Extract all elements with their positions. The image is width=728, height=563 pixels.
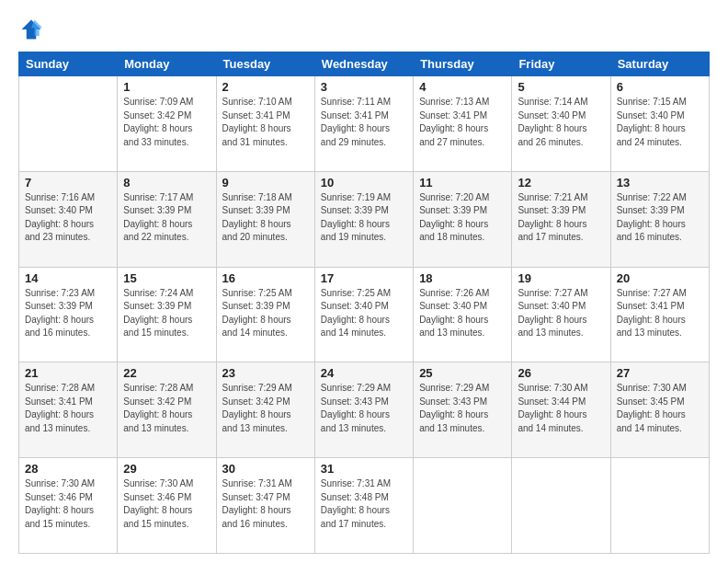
- logo: [18, 17, 48, 42]
- day-number: 25: [419, 366, 506, 380]
- calendar-cell: 28Sunrise: 7:30 AMSunset: 3:46 PMDayligh…: [19, 458, 118, 554]
- weekday-header: Wednesday: [314, 52, 413, 76]
- day-info: Sunrise: 7:22 AMSunset: 3:39 PMDaylight:…: [617, 191, 703, 245]
- logo-icon: [18, 17, 44, 42]
- day-number: 17: [321, 271, 407, 285]
- day-info: Sunrise: 7:30 AMSunset: 3:46 PMDaylight:…: [123, 477, 210, 531]
- day-info: Sunrise: 7:30 AMSunset: 3:45 PMDaylight:…: [617, 382, 703, 435]
- calendar-cell: [19, 76, 118, 172]
- weekday-header: Monday: [118, 52, 216, 76]
- day-info: Sunrise: 7:20 AMSunset: 3:39 PMDaylight:…: [419, 191, 506, 245]
- day-number: 1: [123, 80, 210, 94]
- calendar-cell: 4Sunrise: 7:13 AMSunset: 3:41 PMDaylight…: [414, 76, 512, 172]
- calendar-cell: [512, 458, 610, 554]
- day-info: Sunrise: 7:11 AMSunset: 3:41 PMDaylight:…: [321, 96, 407, 149]
- calendar-cell: 2Sunrise: 7:10 AMSunset: 3:41 PMDaylight…: [216, 76, 314, 172]
- day-number: 18: [419, 271, 506, 285]
- day-info: Sunrise: 7:31 AMSunset: 3:48 PMDaylight:…: [321, 477, 407, 531]
- page: SundayMondayTuesdayWednesdayThursdayFrid…: [0, 0, 728, 563]
- calendar-cell: 14Sunrise: 7:23 AMSunset: 3:39 PMDayligh…: [19, 267, 118, 362]
- day-info: Sunrise: 7:25 AMSunset: 3:40 PMDaylight:…: [321, 287, 407, 340]
- day-number: 6: [617, 80, 703, 94]
- day-info: Sunrise: 7:10 AMSunset: 3:41 PMDaylight:…: [222, 96, 309, 149]
- day-info: Sunrise: 7:29 AMSunset: 3:43 PMDaylight:…: [321, 382, 407, 435]
- calendar-cell: [414, 458, 512, 554]
- calendar-cell: 10Sunrise: 7:19 AMSunset: 3:39 PMDayligh…: [314, 171, 413, 267]
- calendar-cell: 15Sunrise: 7:24 AMSunset: 3:39 PMDayligh…: [118, 267, 216, 362]
- day-info: Sunrise: 7:27 AMSunset: 3:40 PMDaylight:…: [518, 287, 604, 340]
- day-number: 2: [222, 80, 309, 94]
- day-number: 4: [419, 80, 506, 94]
- day-number: 22: [123, 366, 210, 380]
- day-info: Sunrise: 7:24 AMSunset: 3:39 PMDaylight:…: [123, 287, 210, 340]
- calendar-week-row: 1Sunrise: 7:09 AMSunset: 3:42 PMDaylight…: [19, 76, 710, 172]
- day-info: Sunrise: 7:09 AMSunset: 3:42 PMDaylight:…: [123, 96, 210, 149]
- day-number: 26: [518, 366, 604, 380]
- calendar-cell: 1Sunrise: 7:09 AMSunset: 3:42 PMDaylight…: [118, 76, 216, 172]
- day-number: 29: [123, 462, 210, 476]
- day-info: Sunrise: 7:19 AMSunset: 3:39 PMDaylight:…: [321, 191, 407, 245]
- calendar-cell: 5Sunrise: 7:14 AMSunset: 3:40 PMDaylight…: [512, 76, 610, 172]
- day-number: 7: [25, 176, 111, 190]
- calendar-week-row: 28Sunrise: 7:30 AMSunset: 3:46 PMDayligh…: [19, 458, 710, 554]
- calendar-week-row: 14Sunrise: 7:23 AMSunset: 3:39 PMDayligh…: [19, 267, 710, 362]
- day-number: 13: [617, 176, 703, 190]
- day-number: 24: [321, 366, 407, 380]
- day-number: 21: [25, 366, 111, 380]
- weekday-header: Friday: [512, 52, 610, 76]
- day-number: 16: [222, 271, 309, 285]
- day-info: Sunrise: 7:26 AMSunset: 3:40 PMDaylight:…: [419, 287, 506, 340]
- day-info: Sunrise: 7:29 AMSunset: 3:43 PMDaylight:…: [419, 382, 506, 435]
- calendar-cell: [610, 458, 709, 554]
- calendar-cell: 26Sunrise: 7:30 AMSunset: 3:44 PMDayligh…: [512, 362, 610, 458]
- calendar-cell: 3Sunrise: 7:11 AMSunset: 3:41 PMDaylight…: [314, 76, 413, 172]
- calendar-cell: 21Sunrise: 7:28 AMSunset: 3:41 PMDayligh…: [19, 362, 118, 458]
- header: [18, 17, 710, 42]
- day-number: 23: [222, 366, 309, 380]
- day-info: Sunrise: 7:23 AMSunset: 3:39 PMDaylight:…: [25, 287, 111, 340]
- weekday-header: Sunday: [19, 52, 118, 76]
- day-info: Sunrise: 7:21 AMSunset: 3:39 PMDaylight:…: [518, 191, 604, 245]
- day-number: 19: [518, 271, 604, 285]
- calendar-cell: 25Sunrise: 7:29 AMSunset: 3:43 PMDayligh…: [414, 362, 512, 458]
- day-number: 11: [419, 176, 506, 190]
- day-number: 30: [222, 462, 309, 476]
- day-number: 27: [617, 366, 703, 380]
- day-info: Sunrise: 7:27 AMSunset: 3:41 PMDaylight:…: [617, 287, 703, 340]
- calendar-cell: 23Sunrise: 7:29 AMSunset: 3:42 PMDayligh…: [216, 362, 314, 458]
- calendar-cell: 7Sunrise: 7:16 AMSunset: 3:40 PMDaylight…: [19, 171, 118, 267]
- calendar-cell: 8Sunrise: 7:17 AMSunset: 3:39 PMDaylight…: [118, 171, 216, 267]
- calendar-header-row: SundayMondayTuesdayWednesdayThursdayFrid…: [19, 52, 710, 76]
- calendar-cell: 16Sunrise: 7:25 AMSunset: 3:39 PMDayligh…: [216, 267, 314, 362]
- day-number: 8: [123, 176, 210, 190]
- weekday-header: Saturday: [610, 52, 709, 76]
- day-info: Sunrise: 7:30 AMSunset: 3:46 PMDaylight:…: [25, 477, 111, 531]
- day-number: 9: [222, 176, 309, 190]
- calendar-week-row: 7Sunrise: 7:16 AMSunset: 3:40 PMDaylight…: [19, 171, 710, 267]
- calendar-cell: 19Sunrise: 7:27 AMSunset: 3:40 PMDayligh…: [512, 267, 610, 362]
- day-info: Sunrise: 7:31 AMSunset: 3:47 PMDaylight:…: [222, 477, 309, 531]
- day-info: Sunrise: 7:17 AMSunset: 3:39 PMDaylight:…: [123, 191, 210, 245]
- day-info: Sunrise: 7:14 AMSunset: 3:40 PMDaylight:…: [518, 96, 604, 149]
- day-number: 14: [25, 271, 111, 285]
- calendar-week-row: 21Sunrise: 7:28 AMSunset: 3:41 PMDayligh…: [19, 362, 710, 458]
- calendar-cell: 11Sunrise: 7:20 AMSunset: 3:39 PMDayligh…: [414, 171, 512, 267]
- calendar-cell: 17Sunrise: 7:25 AMSunset: 3:40 PMDayligh…: [314, 267, 413, 362]
- day-info: Sunrise: 7:29 AMSunset: 3:42 PMDaylight:…: [222, 382, 309, 435]
- calendar-cell: 30Sunrise: 7:31 AMSunset: 3:47 PMDayligh…: [216, 458, 314, 554]
- day-number: 31: [321, 462, 407, 476]
- calendar-table: SundayMondayTuesdayWednesdayThursdayFrid…: [18, 52, 710, 554]
- day-info: Sunrise: 7:28 AMSunset: 3:42 PMDaylight:…: [123, 382, 210, 435]
- calendar-cell: 27Sunrise: 7:30 AMSunset: 3:45 PMDayligh…: [610, 362, 709, 458]
- day-number: 5: [518, 80, 604, 94]
- calendar-cell: 6Sunrise: 7:15 AMSunset: 3:40 PMDaylight…: [610, 76, 709, 172]
- calendar-cell: 9Sunrise: 7:18 AMSunset: 3:39 PMDaylight…: [216, 171, 314, 267]
- calendar-cell: 18Sunrise: 7:26 AMSunset: 3:40 PMDayligh…: [414, 267, 512, 362]
- day-number: 28: [25, 462, 111, 476]
- calendar-cell: 29Sunrise: 7:30 AMSunset: 3:46 PMDayligh…: [118, 458, 216, 554]
- calendar-cell: 22Sunrise: 7:28 AMSunset: 3:42 PMDayligh…: [118, 362, 216, 458]
- calendar-cell: 24Sunrise: 7:29 AMSunset: 3:43 PMDayligh…: [314, 362, 413, 458]
- day-number: 12: [518, 176, 604, 190]
- day-info: Sunrise: 7:28 AMSunset: 3:41 PMDaylight:…: [25, 382, 111, 435]
- day-number: 3: [321, 80, 407, 94]
